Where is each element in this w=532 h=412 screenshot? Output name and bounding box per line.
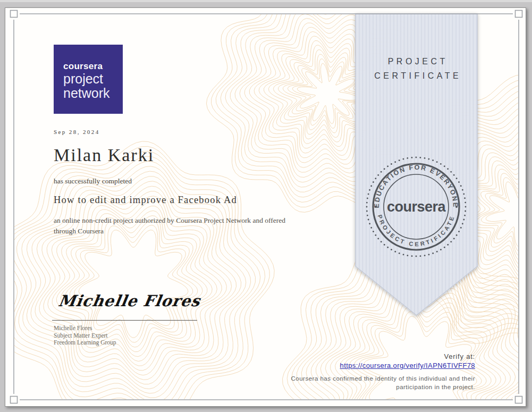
logo-line-network: network <box>63 87 123 100</box>
frame-corner-top-right <box>513 8 525 20</box>
course-description: an online non-credit project authorized … <box>54 215 305 236</box>
frame-corner-top-left <box>8 8 20 20</box>
logo-line-project: project <box>63 72 123 86</box>
verification-block: Verify at: https://coursera.org/verify/I… <box>289 352 475 391</box>
signature-line <box>52 320 197 321</box>
coursera-project-network-logo: coursera project network <box>54 45 123 114</box>
logo-brand-text: coursera <box>63 62 123 71</box>
recipient-name: Milan Karki <box>54 145 154 165</box>
ribbon-label-line2: CERTIFICATE <box>356 69 477 83</box>
signer-name: Michelle Flores <box>54 325 92 331</box>
verify-url-link[interactable]: https://coursera.org/verify/IAPN6TIVFF78 <box>289 361 475 371</box>
verify-at-label: Verify at: <box>289 352 475 361</box>
signature-script: Michelle Flores <box>57 292 201 310</box>
frame-corner-bottom-right <box>513 394 525 406</box>
signer-title: Subject Matter Expert <box>54 332 108 339</box>
completion-date: Sep 28, 2024 <box>54 129 100 135</box>
verify-confirmation-text: Coursera has confirmed the identity of t… <box>289 374 475 391</box>
signer-organization: Freedom Learning Group <box>54 339 116 346</box>
certificate-page: EDUCATION FOR EVERYONE PROJECT CERTIFICA… <box>5 7 526 407</box>
completion-statement: has successfully completed <box>54 177 132 186</box>
course-title: How to edit and improve a Facebook Ad <box>54 195 237 206</box>
frame-corner-bottom-left <box>8 394 20 406</box>
ribbon-label-line1: PROJECT <box>356 54 477 69</box>
ribbon-label: PROJECT CERTIFICATE <box>356 54 477 83</box>
seal-coursera-wordmark: coursera <box>387 199 446 215</box>
